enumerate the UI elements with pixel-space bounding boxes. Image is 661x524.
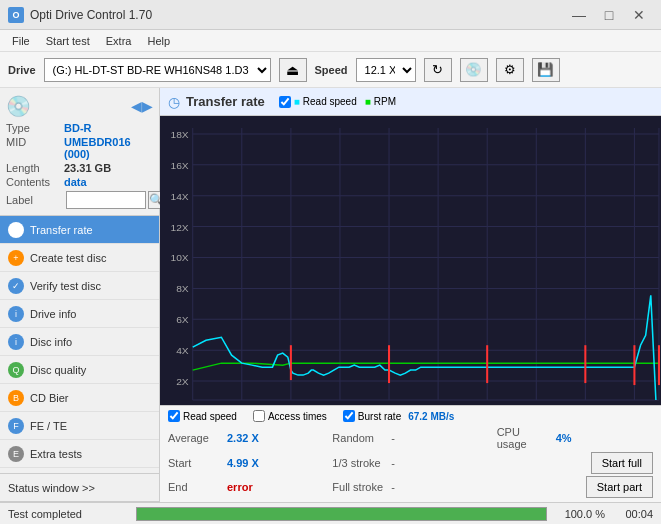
stats-full-stroke: Full stroke - bbox=[332, 481, 488, 493]
svg-text:12X: 12X bbox=[170, 222, 188, 233]
length-label: Length bbox=[6, 162, 64, 174]
nav-transfer-rate[interactable]: ◷ Transfer rate bbox=[0, 216, 159, 244]
type-row: Type BD-R bbox=[6, 122, 153, 134]
stats-random: Random - bbox=[332, 432, 488, 444]
disc-arrows[interactable]: ◀▶ bbox=[131, 98, 153, 114]
settings-button[interactable]: ⚙ bbox=[496, 58, 524, 82]
chart-svg: 18X 16X 14X 12X 10X 8X 6X 4X 2X bbox=[160, 116, 661, 405]
toolbar: Drive (G:) HL-DT-ST BD-RE WH16NS48 1.D3 … bbox=[0, 52, 661, 88]
nav-create-test-disc[interactable]: + Create test disc bbox=[0, 244, 159, 272]
type-label: Type bbox=[6, 122, 64, 134]
label-input[interactable] bbox=[66, 191, 146, 209]
type-value: BD-R bbox=[64, 122, 92, 134]
label-label: Label bbox=[6, 194, 64, 206]
stroke13-label: 1/3 stroke bbox=[332, 457, 387, 469]
mid-row: MID UMEBDR016 (000) bbox=[6, 136, 153, 160]
label-row: Label 🔍 bbox=[6, 191, 153, 209]
menu-file[interactable]: File bbox=[4, 33, 38, 49]
refresh-button[interactable]: ↻ bbox=[424, 58, 452, 82]
nav-icon-transfer-rate: ◷ bbox=[8, 222, 24, 238]
disc-button[interactable]: 💿 bbox=[460, 58, 488, 82]
stats-row-2: Start 4.99 X 1/3 stroke - Start full bbox=[168, 452, 653, 474]
speed-select[interactable]: 12.1 X bbox=[356, 58, 416, 82]
length-value: 23.31 GB bbox=[64, 162, 111, 174]
cpu-value: 4% bbox=[556, 432, 572, 444]
stats-row-3: End error Full stroke - Start part bbox=[168, 476, 653, 498]
content-area: ◷ Transfer rate ■ Read speed ■ RPM bbox=[160, 88, 661, 502]
nav-label-verify-test-disc: Verify test disc bbox=[30, 280, 101, 292]
access-times-checkbox-label: Access times bbox=[268, 411, 327, 422]
nav-label-extra-tests: Extra tests bbox=[30, 448, 82, 460]
stats-stroke13: 1/3 stroke - bbox=[332, 457, 488, 469]
nav-cd-bier[interactable]: B CD Bier bbox=[0, 384, 159, 412]
menu-extra[interactable]: Extra bbox=[98, 33, 140, 49]
legend-read-speed: ■ Read speed bbox=[279, 96, 357, 108]
checkbox-row: Read speed Access times Burst rate 67.2 … bbox=[168, 410, 653, 422]
progress-text: 100.0 % bbox=[555, 508, 605, 520]
stroke13-value: - bbox=[391, 457, 395, 469]
stats-cpu: CPU usage 4% bbox=[497, 426, 653, 450]
maximize-button[interactable]: □ bbox=[595, 4, 623, 26]
chart-legend: ■ Read speed ■ RPM bbox=[279, 96, 396, 108]
random-label: Random bbox=[332, 432, 387, 444]
read-speed-checkbox[interactable] bbox=[168, 410, 180, 422]
contents-row: Contents data bbox=[6, 176, 153, 188]
speed-label: Speed bbox=[315, 64, 348, 76]
stats-average: Average 2.32 X bbox=[168, 432, 324, 444]
nav-fe-te[interactable]: F FE / TE bbox=[0, 412, 159, 440]
nav-drive-info[interactable]: i Drive info bbox=[0, 300, 159, 328]
start-part-button[interactable]: Start part bbox=[586, 476, 653, 498]
start-part-container: Start part bbox=[497, 476, 653, 498]
status-window-button[interactable]: Status window >> bbox=[0, 474, 159, 502]
average-value: 2.32 X bbox=[227, 432, 259, 444]
chart-header: ◷ Transfer rate ■ Read speed ■ RPM bbox=[160, 88, 661, 116]
minimize-button[interactable]: — bbox=[565, 4, 593, 26]
nav-disc-info[interactable]: i Disc info bbox=[0, 328, 159, 356]
nav-label-disc-quality: Disc quality bbox=[30, 364, 86, 376]
nav-verify-test-disc[interactable]: ✓ Verify test disc bbox=[0, 272, 159, 300]
svg-text:8X: 8X bbox=[176, 284, 189, 295]
start-full-button[interactable]: Start full bbox=[591, 452, 653, 474]
svg-text:10X: 10X bbox=[170, 253, 188, 264]
nav-label-disc-info: Disc info bbox=[30, 336, 72, 348]
bottom-status-bar: Test completed 100.0 % 00:04 bbox=[0, 502, 661, 524]
access-times-checkbox[interactable] bbox=[253, 410, 265, 422]
close-button[interactable]: ✕ bbox=[625, 4, 653, 26]
disc-icon: 💿 bbox=[6, 94, 31, 118]
svg-text:6X: 6X bbox=[176, 314, 189, 325]
legend-read-speed-checkbox[interactable] bbox=[279, 96, 291, 108]
nav-label-cd-bier: CD Bier bbox=[30, 392, 69, 404]
progress-bar-fill bbox=[137, 508, 546, 520]
nav-icon-disc-info: i bbox=[8, 334, 24, 350]
full-stroke-label: Full stroke bbox=[332, 481, 387, 493]
menu-start-test[interactable]: Start test bbox=[38, 33, 98, 49]
cpu-label: CPU usage bbox=[497, 426, 552, 450]
chart-icon: ◷ bbox=[168, 94, 180, 110]
progress-bar bbox=[136, 507, 547, 521]
contents-value: data bbox=[64, 176, 87, 188]
eject-button[interactable]: ⏏ bbox=[279, 58, 307, 82]
read-speed-checkbox-item: Read speed bbox=[168, 410, 237, 422]
title-bar-left: O Opti Drive Control 1.70 bbox=[8, 7, 152, 23]
burst-rate-value: 67.2 MB/s bbox=[408, 411, 454, 422]
stats-end: End error bbox=[168, 481, 324, 493]
save-button[interactable]: 💾 bbox=[532, 58, 560, 82]
time-text: 00:04 bbox=[613, 508, 653, 520]
legend-rpm-color: ■ bbox=[365, 96, 371, 107]
nav-icon-fe-te: F bbox=[8, 418, 24, 434]
menu-help[interactable]: Help bbox=[139, 33, 178, 49]
stats-bar: Read speed Access times Burst rate 67.2 … bbox=[160, 405, 661, 502]
drive-select[interactable]: (G:) HL-DT-ST BD-RE WH16NS48 1.D3 bbox=[44, 58, 271, 82]
nav-disc-quality[interactable]: Q Disc quality bbox=[0, 356, 159, 384]
legend-rpm: ■ RPM bbox=[365, 96, 396, 107]
drive-label: Drive bbox=[8, 64, 36, 76]
legend-read-speed-color: ■ bbox=[294, 96, 300, 107]
nav-extra-tests[interactable]: E Extra tests bbox=[0, 440, 159, 468]
mid-value: UMEBDR016 (000) bbox=[64, 136, 153, 160]
app-icon: O bbox=[8, 7, 24, 23]
window-controls: — □ ✕ bbox=[565, 4, 653, 26]
svg-text:16X: 16X bbox=[170, 160, 188, 171]
length-row: Length 23.31 GB bbox=[6, 162, 153, 174]
burst-rate-checkbox[interactable] bbox=[343, 410, 355, 422]
access-times-checkbox-item: Access times bbox=[253, 410, 327, 422]
